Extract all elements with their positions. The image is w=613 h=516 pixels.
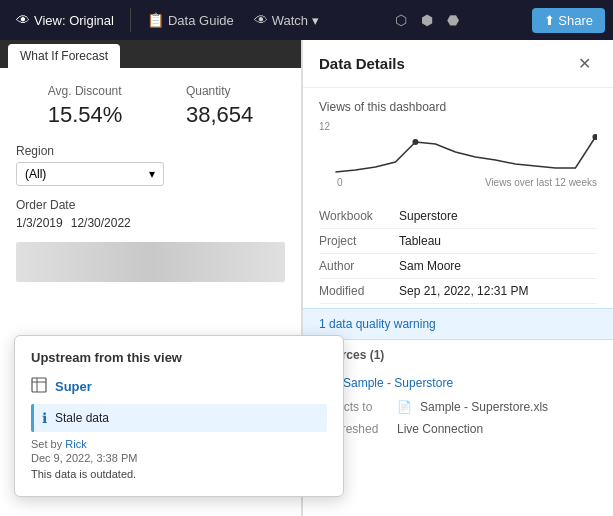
close-button[interactable]: ✕ [572, 52, 597, 75]
author-key: Author [319, 259, 399, 273]
modified-key: Modified [319, 284, 399, 298]
date-range: 1/3/2019 12/30/2022 [16, 216, 285, 230]
toolbar-icon-btn-2[interactable]: ⬢ [415, 8, 439, 32]
project-row: Project Tableau [319, 229, 597, 254]
panel-title: Data Details [319, 55, 405, 72]
avg-discount-metric: Avg. Discount 15.54% [48, 84, 123, 128]
workbook-key: Workbook [319, 209, 399, 223]
project-key: Project [319, 234, 399, 248]
chevron-down-icon: ▾ [149, 167, 155, 181]
source-refreshed: Refreshed Live Connection [319, 418, 597, 440]
date-to: 12/30/2022 [71, 216, 131, 230]
source-item: 🗄 Sample - Superstore [319, 370, 597, 396]
upstream-title: Upstream from this view [31, 350, 327, 365]
region-label: Region [16, 144, 285, 158]
stale-label: Stale data [55, 411, 109, 425]
upstream-item: Super [31, 377, 327, 396]
dashboard-content: Avg. Discount 15.54% Quantity 38,654 Reg… [0, 68, 301, 298]
watch-label: Watch [272, 13, 308, 28]
modified-val: Sep 21, 2022, 12:31 PM [399, 284, 528, 298]
toolbar-icon-group: ⬡ ⬢ ⬣ [389, 8, 465, 32]
upstream-overlay: Upstream from this view Super ℹ Stale da… [14, 335, 344, 497]
table-icon [31, 377, 47, 396]
svg-rect-2 [32, 378, 46, 392]
toolbar-icon-btn-3[interactable]: ⬣ [441, 8, 465, 32]
book-icon: 📋 [147, 12, 164, 28]
stale-row: ℹ Stale data [31, 404, 327, 432]
order-date-label: Order Date [16, 198, 285, 212]
tab-what-if-forecast[interactable]: What If Forecast [8, 44, 120, 68]
stale-description: This data is outdated. [31, 468, 327, 480]
workbook-val: Superstore [399, 209, 458, 223]
author-val: Sam Moore [399, 259, 461, 273]
tab-label: What If Forecast [20, 49, 108, 63]
filter-section: Region (All) ▾ [16, 144, 285, 186]
details-table: Workbook Superstore Project Tableau Auth… [303, 200, 613, 308]
view-original-label: View: Original [34, 13, 114, 28]
share-label: Share [558, 13, 593, 28]
tab-bar: What If Forecast [0, 40, 301, 68]
share-icon: ⬆ [544, 13, 555, 28]
share-button[interactable]: ⬆ Share [532, 8, 605, 33]
right-panel: Data Details ✕ Views of this dashboard 1… [302, 40, 613, 516]
source-connects: ◀ nects to 📄 Sample - Superstore.xls [319, 396, 597, 418]
chart-subtitle: Views over last 12 weeks [485, 177, 597, 188]
source-name[interactable]: Sample - Superstore [343, 376, 453, 390]
refreshed-val: Live Connection [397, 422, 483, 436]
views-chart-svg [334, 122, 597, 177]
warning-text: 1 data quality warning [319, 317, 436, 331]
metrics-row: Avg. Discount 15.54% Quantity 38,654 [16, 84, 285, 128]
data-guide-label: Data Guide [168, 13, 234, 28]
chart-zero-label: 0 [337, 177, 343, 188]
connects-icon: 📄 [397, 400, 412, 414]
watch-arrow: ▾ [312, 13, 319, 28]
set-date: Dec 9, 2022, 3:38 PM [31, 452, 327, 464]
toolbar-icon-btn-1[interactable]: ⬡ [389, 8, 413, 32]
quantity-metric: Quantity 38,654 [186, 84, 253, 128]
sources-section: Sources (1) 🗄 Sample - Superstore ◀ nect… [303, 340, 613, 448]
sources-title: Sources (1) [319, 348, 597, 362]
info-icon: ℹ [42, 410, 47, 426]
svg-point-0 [413, 139, 419, 145]
avg-discount-value: 15.54% [48, 102, 123, 128]
chart-placeholder [16, 242, 285, 282]
eye-icon: 👁 [16, 12, 30, 28]
chart-max-label: 12 [319, 121, 330, 132]
svg-point-1 [593, 134, 597, 140]
views-title: Views of this dashboard [319, 100, 597, 114]
watch-icon: 👁 [254, 12, 268, 28]
quantity-value: 38,654 [186, 102, 253, 128]
super-name[interactable]: Super [55, 379, 92, 394]
warning-banner[interactable]: 1 data quality warning [303, 308, 613, 340]
views-section: Views of this dashboard 12 0 Views over … [303, 88, 613, 200]
watch-button[interactable]: 👁 Watch ▾ [246, 8, 327, 32]
date-section: Order Date 1/3/2019 12/30/2022 [16, 198, 285, 230]
view-original-button[interactable]: 👁 View: Original [8, 8, 122, 32]
project-val: Tableau [399, 234, 441, 248]
region-select[interactable]: (All) ▾ [16, 162, 164, 186]
date-from: 1/3/2019 [16, 216, 63, 230]
main-area: What If Forecast Avg. Discount 15.54% Qu… [0, 40, 613, 516]
panel-header: Data Details ✕ [303, 40, 613, 88]
author-row: Author Sam Moore [319, 254, 597, 279]
modified-row: Modified Sep 21, 2022, 12:31 PM [319, 279, 597, 304]
toolbar: 👁 View: Original 📋 Data Guide 👁 Watch ▾ … [0, 0, 613, 40]
connects-val: Sample - Superstore.xls [420, 400, 548, 414]
set-by-user[interactable]: Rick [65, 438, 86, 450]
avg-discount-label: Avg. Discount [48, 84, 123, 98]
data-guide-button[interactable]: 📋 Data Guide [139, 8, 242, 32]
mini-chart: 12 0 Views over last 12 weeks [319, 122, 597, 192]
set-by: Set by Rick [31, 438, 327, 450]
workbook-row: Workbook Superstore [319, 204, 597, 229]
toolbar-divider-1 [130, 8, 131, 32]
quantity-label: Quantity [186, 84, 253, 98]
region-value: (All) [25, 167, 46, 181]
